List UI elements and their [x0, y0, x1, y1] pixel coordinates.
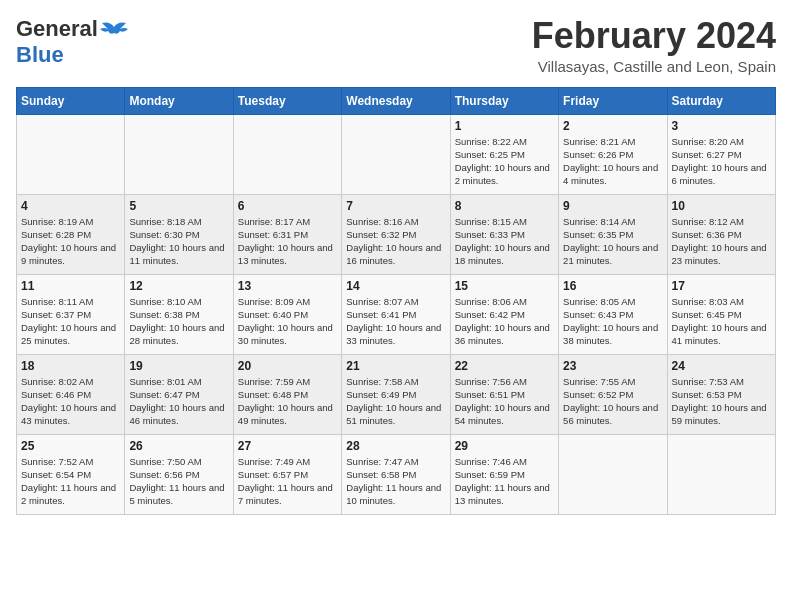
calendar-week-1: 4Sunrise: 8:19 AMSunset: 6:28 PMDaylight…	[17, 194, 776, 274]
day-number: 6	[238, 199, 337, 213]
calendar-cell	[125, 114, 233, 194]
day-info: Sunrise: 8:18 AMSunset: 6:30 PMDaylight:…	[129, 215, 228, 268]
day-info: Sunrise: 7:56 AMSunset: 6:51 PMDaylight:…	[455, 375, 554, 428]
calendar-week-0: 1Sunrise: 8:22 AMSunset: 6:25 PMDaylight…	[17, 114, 776, 194]
day-number: 11	[21, 279, 120, 293]
day-of-week-saturday: Saturday	[667, 87, 775, 114]
day-number: 27	[238, 439, 337, 453]
day-info: Sunrise: 8:22 AMSunset: 6:25 PMDaylight:…	[455, 135, 554, 188]
day-number: 13	[238, 279, 337, 293]
calendar-cell	[559, 434, 667, 514]
calendar-cell: 1Sunrise: 8:22 AMSunset: 6:25 PMDaylight…	[450, 114, 558, 194]
calendar-cell: 11Sunrise: 8:11 AMSunset: 6:37 PMDayligh…	[17, 274, 125, 354]
day-info: Sunrise: 8:16 AMSunset: 6:32 PMDaylight:…	[346, 215, 445, 268]
logo-general-text: General	[16, 16, 98, 42]
calendar-cell: 4Sunrise: 8:19 AMSunset: 6:28 PMDaylight…	[17, 194, 125, 274]
calendar-cell: 15Sunrise: 8:06 AMSunset: 6:42 PMDayligh…	[450, 274, 558, 354]
day-number: 16	[563, 279, 662, 293]
day-info: Sunrise: 8:03 AMSunset: 6:45 PMDaylight:…	[672, 295, 771, 348]
calendar-cell: 20Sunrise: 7:59 AMSunset: 6:48 PMDayligh…	[233, 354, 341, 434]
day-of-week-friday: Friday	[559, 87, 667, 114]
day-info: Sunrise: 7:59 AMSunset: 6:48 PMDaylight:…	[238, 375, 337, 428]
day-info: Sunrise: 8:20 AMSunset: 6:27 PMDaylight:…	[672, 135, 771, 188]
calendar-cell: 12Sunrise: 8:10 AMSunset: 6:38 PMDayligh…	[125, 274, 233, 354]
day-number: 28	[346, 439, 445, 453]
day-info: Sunrise: 8:09 AMSunset: 6:40 PMDaylight:…	[238, 295, 337, 348]
calendar-cell: 24Sunrise: 7:53 AMSunset: 6:53 PMDayligh…	[667, 354, 775, 434]
day-number: 18	[21, 359, 120, 373]
day-number: 20	[238, 359, 337, 373]
calendar-cell: 5Sunrise: 8:18 AMSunset: 6:30 PMDaylight…	[125, 194, 233, 274]
logo-blue-text: Blue	[16, 42, 64, 68]
days-of-week-row: SundayMondayTuesdayWednesdayThursdayFrid…	[17, 87, 776, 114]
day-number: 10	[672, 199, 771, 213]
day-info: Sunrise: 7:47 AMSunset: 6:58 PMDaylight:…	[346, 455, 445, 508]
day-number: 22	[455, 359, 554, 373]
calendar-cell	[667, 434, 775, 514]
calendar-cell: 28Sunrise: 7:47 AMSunset: 6:58 PMDayligh…	[342, 434, 450, 514]
calendar-cell: 7Sunrise: 8:16 AMSunset: 6:32 PMDaylight…	[342, 194, 450, 274]
day-number: 29	[455, 439, 554, 453]
day-info: Sunrise: 8:12 AMSunset: 6:36 PMDaylight:…	[672, 215, 771, 268]
calendar-cell: 18Sunrise: 8:02 AMSunset: 6:46 PMDayligh…	[17, 354, 125, 434]
calendar-header: SundayMondayTuesdayWednesdayThursdayFrid…	[17, 87, 776, 114]
calendar-cell: 3Sunrise: 8:20 AMSunset: 6:27 PMDaylight…	[667, 114, 775, 194]
day-info: Sunrise: 7:58 AMSunset: 6:49 PMDaylight:…	[346, 375, 445, 428]
calendar-cell: 21Sunrise: 7:58 AMSunset: 6:49 PMDayligh…	[342, 354, 450, 434]
day-info: Sunrise: 8:15 AMSunset: 6:33 PMDaylight:…	[455, 215, 554, 268]
day-info: Sunrise: 7:46 AMSunset: 6:59 PMDaylight:…	[455, 455, 554, 508]
calendar-body: 1Sunrise: 8:22 AMSunset: 6:25 PMDaylight…	[17, 114, 776, 514]
day-number: 15	[455, 279, 554, 293]
day-info: Sunrise: 8:11 AMSunset: 6:37 PMDaylight:…	[21, 295, 120, 348]
calendar-cell: 19Sunrise: 8:01 AMSunset: 6:47 PMDayligh…	[125, 354, 233, 434]
calendar-cell: 16Sunrise: 8:05 AMSunset: 6:43 PMDayligh…	[559, 274, 667, 354]
day-number: 5	[129, 199, 228, 213]
day-number: 7	[346, 199, 445, 213]
day-info: Sunrise: 8:02 AMSunset: 6:46 PMDaylight:…	[21, 375, 120, 428]
page-header: General Blue February 2024 Villasayas, C…	[16, 16, 776, 75]
day-info: Sunrise: 8:06 AMSunset: 6:42 PMDaylight:…	[455, 295, 554, 348]
calendar-cell: 17Sunrise: 8:03 AMSunset: 6:45 PMDayligh…	[667, 274, 775, 354]
day-number: 17	[672, 279, 771, 293]
location-text: Villasayas, Castille and Leon, Spain	[532, 58, 776, 75]
calendar-cell	[17, 114, 125, 194]
calendar-week-4: 25Sunrise: 7:52 AMSunset: 6:54 PMDayligh…	[17, 434, 776, 514]
day-number: 21	[346, 359, 445, 373]
calendar-cell: 27Sunrise: 7:49 AMSunset: 6:57 PMDayligh…	[233, 434, 341, 514]
day-info: Sunrise: 8:14 AMSunset: 6:35 PMDaylight:…	[563, 215, 662, 268]
logo-bird-icon	[100, 19, 128, 39]
day-number: 8	[455, 199, 554, 213]
day-info: Sunrise: 8:07 AMSunset: 6:41 PMDaylight:…	[346, 295, 445, 348]
day-info: Sunrise: 8:10 AMSunset: 6:38 PMDaylight:…	[129, 295, 228, 348]
calendar-cell: 22Sunrise: 7:56 AMSunset: 6:51 PMDayligh…	[450, 354, 558, 434]
day-info: Sunrise: 7:49 AMSunset: 6:57 PMDaylight:…	[238, 455, 337, 508]
day-number: 23	[563, 359, 662, 373]
day-info: Sunrise: 7:53 AMSunset: 6:53 PMDaylight:…	[672, 375, 771, 428]
day-info: Sunrise: 8:01 AMSunset: 6:47 PMDaylight:…	[129, 375, 228, 428]
day-number: 1	[455, 119, 554, 133]
calendar-cell	[233, 114, 341, 194]
day-of-week-tuesday: Tuesday	[233, 87, 341, 114]
calendar-cell: 14Sunrise: 8:07 AMSunset: 6:41 PMDayligh…	[342, 274, 450, 354]
day-number: 9	[563, 199, 662, 213]
day-number: 25	[21, 439, 120, 453]
day-of-week-wednesday: Wednesday	[342, 87, 450, 114]
day-number: 26	[129, 439, 228, 453]
calendar-cell: 8Sunrise: 8:15 AMSunset: 6:33 PMDaylight…	[450, 194, 558, 274]
day-number: 19	[129, 359, 228, 373]
day-info: Sunrise: 7:55 AMSunset: 6:52 PMDaylight:…	[563, 375, 662, 428]
calendar-cell: 25Sunrise: 7:52 AMSunset: 6:54 PMDayligh…	[17, 434, 125, 514]
calendar-table: SundayMondayTuesdayWednesdayThursdayFrid…	[16, 87, 776, 515]
calendar-week-3: 18Sunrise: 8:02 AMSunset: 6:46 PMDayligh…	[17, 354, 776, 434]
day-info: Sunrise: 8:21 AMSunset: 6:26 PMDaylight:…	[563, 135, 662, 188]
day-info: Sunrise: 7:50 AMSunset: 6:56 PMDaylight:…	[129, 455, 228, 508]
day-of-week-thursday: Thursday	[450, 87, 558, 114]
calendar-week-2: 11Sunrise: 8:11 AMSunset: 6:37 PMDayligh…	[17, 274, 776, 354]
title-block: February 2024 Villasayas, Castille and L…	[532, 16, 776, 75]
day-number: 14	[346, 279, 445, 293]
calendar-cell: 29Sunrise: 7:46 AMSunset: 6:59 PMDayligh…	[450, 434, 558, 514]
day-number: 12	[129, 279, 228, 293]
day-number: 3	[672, 119, 771, 133]
calendar-cell: 6Sunrise: 8:17 AMSunset: 6:31 PMDaylight…	[233, 194, 341, 274]
calendar-cell: 10Sunrise: 8:12 AMSunset: 6:36 PMDayligh…	[667, 194, 775, 274]
